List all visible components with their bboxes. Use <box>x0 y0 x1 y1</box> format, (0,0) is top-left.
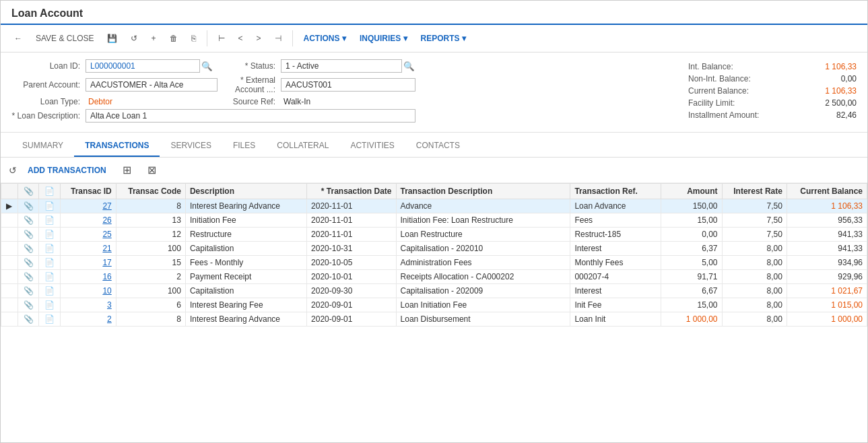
attach-cell: 📎 <box>18 242 39 256</box>
date-cell: 2020-10-01 <box>307 270 396 284</box>
transac-id-cell[interactable]: 21 <box>60 242 116 256</box>
table-row[interactable]: 📎📄10100Capitalistion2020-09-30Capitalisa… <box>1 284 867 298</box>
date-cell: 2020-11-01 <box>307 199 396 213</box>
interest-rate-cell: 8,00 <box>722 242 787 256</box>
tx-ref-cell: Interest <box>570 242 661 256</box>
tab-activities[interactable]: ACTIVITIES <box>339 135 405 157</box>
tab-summary[interactable]: SUMMARY <box>11 135 74 157</box>
next-button[interactable]: > <box>251 31 267 46</box>
transac-id-link[interactable]: 26 <box>102 215 111 225</box>
prev-button[interactable]: < <box>233 31 248 46</box>
save-close-button[interactable]: SAVE & CLOSE <box>30 31 99 46</box>
transac-id-link[interactable]: 2 <box>107 314 112 324</box>
export-button[interactable]: ⊠ <box>142 162 162 178</box>
tab-files[interactable]: FILES <box>222 135 266 157</box>
back-button[interactable]: ← <box>9 31 28 46</box>
attach-cell: 📎 <box>18 199 39 213</box>
interest-rate-cell: 8,00 <box>722 298 787 312</box>
loan-description-input[interactable] <box>86 109 415 123</box>
parent-account-input[interactable] <box>86 78 218 92</box>
actions-button[interactable]: ACTIONS ▾ <box>298 31 352 46</box>
table-row[interactable]: 📎📄2613Initiation Fee2020-11-01Initiation… <box>1 213 867 228</box>
transac-id-cell[interactable]: 25 <box>60 228 116 242</box>
table-row[interactable]: 📎📄162Payment Receipt2020-10-01Receipts A… <box>1 270 867 284</box>
transac-id-cell[interactable]: 27 <box>60 199 116 213</box>
fit-columns-button[interactable]: ⊞ <box>117 162 137 178</box>
row-arrow-cell <box>1 298 18 312</box>
save-icon-button[interactable]: 💾 <box>102 31 123 46</box>
transac-id-link[interactable]: 10 <box>102 286 111 296</box>
col-doc: 📄 <box>39 184 61 199</box>
loan-id-input[interactable] <box>86 59 200 73</box>
col-arrow <box>1 184 18 199</box>
col-attach: 📎 <box>18 184 39 199</box>
table-toolbar: ↺ ADD TRANSACTION ⊞ ⊠ <box>1 158 867 183</box>
form-section: Loan ID: 🔍 * Status: 🔍 Parent Account: <box>1 53 867 133</box>
description-cell: Interest Bearing Fee <box>185 298 306 312</box>
transac-code-cell: 8 <box>116 199 185 213</box>
loan-id-label: Loan ID: <box>11 61 86 71</box>
reports-button[interactable]: REPORTS ▾ <box>415 31 471 46</box>
page-title: Loan Account <box>1 1 867 25</box>
table-row[interactable]: ▶📎📄278Interest Bearing Advance2020-11-01… <box>1 199 867 213</box>
last-button[interactable]: ⊣ <box>269 31 287 46</box>
table-row[interactable]: 📎📄21100Capitalistion2020-10-31Capitalisa… <box>1 242 867 256</box>
tab-services[interactable]: SERVICES <box>160 135 222 157</box>
transac-id-cell[interactable]: 2 <box>60 312 116 327</box>
doc-cell: 📄 <box>39 312 61 327</box>
status-search-icon[interactable]: 🔍 <box>403 61 415 71</box>
row-arrow-cell <box>1 270 18 284</box>
divider2 <box>292 30 293 46</box>
inquiries-button[interactable]: INQUIRIES ▾ <box>354 31 413 46</box>
non-int-balance-value: 0,00 <box>803 74 857 83</box>
tab-contacts[interactable]: CONTACTS <box>405 135 471 157</box>
transac-id-link[interactable]: 16 <box>102 272 111 281</box>
transac-id-link[interactable]: 21 <box>102 244 111 253</box>
transac-id-cell[interactable]: 3 <box>60 298 116 312</box>
description-cell: Capitalistion <box>185 242 306 256</box>
first-button[interactable]: ⊢ <box>213 31 230 46</box>
transac-id-cell[interactable]: 17 <box>60 256 116 270</box>
divider1 <box>207 30 207 46</box>
copy-button[interactable]: ⎘ <box>186 31 201 46</box>
table-row[interactable]: 📎📄28Interest Bearing Advance2020-09-01Lo… <box>1 312 867 327</box>
source-ref-label: Source Ref: <box>220 97 281 106</box>
col-transaction-description: Transaction Description <box>396 184 570 199</box>
transac-id-link[interactable]: 3 <box>107 300 112 310</box>
table-row[interactable]: 📎📄2512Restructure2020-11-01Loan Restruct… <box>1 228 867 242</box>
int-balance-label: Int. Balance: <box>688 62 733 71</box>
tx-ref-cell: Loan Init <box>570 312 661 327</box>
loan-id-search-icon[interactable]: 🔍 <box>201 61 213 71</box>
table-container: 📎 📄 Transac ID Transac Code Description … <box>1 183 867 327</box>
tx-desc-cell: Capitalisation - 202009 <box>396 284 570 298</box>
current-balance-value: 1 106,33 <box>803 86 857 96</box>
col-amount: Amount <box>661 184 722 199</box>
transac-code-cell: 6 <box>116 298 185 312</box>
date-cell: 2020-10-31 <box>307 242 396 256</box>
interest-rate-cell: 7,50 <box>722 213 787 228</box>
add-button[interactable]: + <box>145 31 161 46</box>
transac-id-cell[interactable]: 26 <box>60 213 116 228</box>
tab-collateral[interactable]: COLLATERAL <box>266 135 339 157</box>
col-description: Description <box>185 184 306 199</box>
transac-id-link[interactable]: 25 <box>102 230 111 239</box>
row-arrow-cell <box>1 256 18 270</box>
table-row[interactable]: 📎📄1715Fees - Monthly2020-10-05Administra… <box>1 256 867 270</box>
tx-ref-cell: Interest <box>570 284 661 298</box>
transac-id-link[interactable]: 27 <box>102 201 111 211</box>
transac-id-cell[interactable]: 16 <box>60 270 116 284</box>
external-account-input[interactable] <box>281 78 415 92</box>
refresh-icon[interactable]: ↺ <box>9 165 17 176</box>
transac-id-link[interactable]: 17 <box>102 258 111 267</box>
transac-id-cell[interactable]: 10 <box>60 284 116 298</box>
description-cell: Capitalistion <box>185 284 306 298</box>
status-input[interactable] <box>281 59 402 73</box>
attach-cell: 📎 <box>18 312 39 327</box>
delete-button[interactable]: 🗑 <box>164 31 183 46</box>
add-transaction-button[interactable]: ADD TRANSACTION <box>22 164 112 177</box>
tab-transactions[interactable]: TRANSACTIONS <box>74 135 160 157</box>
table-row[interactable]: 📎📄36Interest Bearing Fee2020-09-01Loan I… <box>1 298 867 312</box>
transac-code-cell: 13 <box>116 213 185 228</box>
undo-button[interactable]: ↺ <box>125 31 143 46</box>
interest-rate-cell: 8,00 <box>722 256 787 270</box>
